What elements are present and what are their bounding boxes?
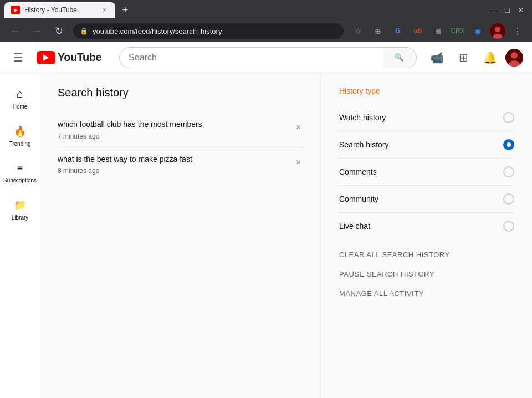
sidebar-label-trending: Trending	[9, 141, 30, 147]
yt-body: ⌂ Home 🔥 Trending ≡ Subscriptions 📁 Libr…	[0, 73, 532, 398]
url-bar[interactable]: 🔒 youtube.com/feed/history/search_histor…	[73, 23, 344, 39]
history-item-0: which football club has the most members…	[58, 113, 303, 147]
yt-header-right: 📹 ⊞ 🔔	[426, 47, 523, 69]
svg-point-1	[495, 27, 500, 32]
url-text: youtube.com/feed/history/search_history	[93, 27, 222, 35]
home-icon: ⌂	[17, 88, 23, 100]
sidebar-label-library: Library	[12, 215, 29, 221]
toolbar-icons: ☆ ⊕ G uD ▦ CRX ◉ ⋮	[350, 23, 525, 39]
search-icon: 🔍	[395, 53, 404, 62]
radio-btn-3[interactable]	[503, 193, 514, 205]
history-item-time-1: 8 minutes ago	[58, 167, 287, 175]
panel-action-btn-2[interactable]: MANAGE ALL ACTIVITY	[339, 287, 514, 300]
radio-label-2: Comments	[339, 167, 377, 176]
new-tab-button[interactable]: +	[117, 2, 133, 18]
sidebar-item-home[interactable]: ⌂ Home	[2, 80, 38, 115]
radio-option-4[interactable]: Live chat	[339, 213, 514, 239]
radio-option-0[interactable]: Watch history	[339, 104, 514, 131]
tab-title: History - YouTube	[24, 6, 95, 14]
history-item-remove-0[interactable]: ×	[294, 120, 303, 135]
menu-icon[interactable]: ⋮	[510, 23, 525, 39]
radio-options: Watch history Search history Comments Co…	[339, 104, 514, 239]
minimize-button[interactable]: —	[488, 6, 496, 14]
extension-1-icon[interactable]: G	[390, 23, 406, 39]
history-panel: History type Watch history Search histor…	[321, 73, 532, 398]
browser-user-avatar[interactable]	[490, 23, 505, 39]
history-item-text-1: what is the best way to make pizza fast …	[58, 154, 287, 175]
search-input[interactable]	[119, 47, 382, 68]
yt-main: Search history which football club has t…	[40, 73, 532, 398]
radio-label-1: Search history	[339, 140, 388, 149]
video-camera-button[interactable]: 📹	[426, 47, 448, 69]
panel-actions: CLEAR ALL SEARCH HISTORYPAUSE SEARCH HIS…	[339, 248, 514, 300]
panel-action-btn-1[interactable]: PAUSE SEARCH HISTORY	[339, 268, 514, 280]
radio-option-3[interactable]: Community	[339, 186, 514, 213]
sidebar-item-library[interactable]: 📁 Library	[2, 191, 38, 226]
yt-sidebar: ⌂ Home 🔥 Trending ≡ Subscriptions 📁 Libr…	[0, 73, 40, 398]
trending-icon: 🔥	[14, 125, 26, 137]
video-camera-icon: 📹	[430, 51, 444, 64]
radio-option-1[interactable]: Search history	[339, 131, 514, 159]
radio-label-3: Community	[339, 195, 378, 203]
svg-point-4	[511, 52, 518, 59]
extension-4-icon[interactable]: CRX	[450, 23, 466, 39]
yt-logo-icon	[37, 51, 55, 64]
history-item-text-0: which football club has the most members…	[58, 119, 287, 140]
sidebar-item-trending[interactable]: 🔥 Trending	[2, 118, 38, 152]
extension-5-icon[interactable]: ◉	[470, 23, 485, 39]
browser-chrome: ▶ History - YouTube × + — □ × ← → ↻ 🔒 yo…	[0, 0, 532, 398]
apps-grid-icon: ⊞	[459, 51, 468, 64]
sidebar-label-home: Home	[13, 104, 28, 110]
notifications-button[interactable]: 🔔	[479, 47, 501, 69]
tab-favicon: ▶	[11, 6, 20, 14]
apps-button[interactable]: ⊞	[452, 47, 474, 69]
bookmark-icon[interactable]: ☆	[350, 23, 366, 39]
radio-btn-1[interactable]	[503, 139, 514, 150]
maximize-button[interactable]: □	[505, 6, 509, 14]
history-item-time-0: 7 minutes ago	[58, 132, 287, 140]
lock-icon: 🔒	[80, 27, 88, 35]
history-item-remove-1[interactable]: ×	[294, 155, 303, 170]
history-item-query-1: what is the best way to make pizza fast	[58, 154, 287, 165]
menu-button[interactable]: ☰	[9, 47, 28, 69]
radio-label-4: Live chat	[339, 222, 370, 231]
address-bar: ← → ↻ 🔒 youtube.com/feed/history/search_…	[0, 20, 532, 42]
close-button[interactable]: ×	[519, 6, 523, 14]
radio-label-0: Watch history	[339, 113, 386, 122]
yt-logo-text: YouTube	[58, 51, 101, 64]
history-item-query-0: which football club has the most members	[58, 119, 287, 130]
panel-action-btn-0[interactable]: CLEAR ALL SEARCH HISTORY	[339, 248, 514, 261]
tab-close-btn[interactable]: ×	[100, 6, 109, 14]
yt-search-bar: 🔍	[119, 47, 417, 68]
extension-2-icon[interactable]: uD	[410, 23, 426, 39]
yt-play-icon	[43, 54, 49, 61]
subscriptions-icon: ≡	[17, 162, 23, 174]
sidebar-item-subscriptions[interactable]: ≡ Subscriptions	[2, 155, 38, 189]
yt-header: ☰ YouTube 🔍 📹 ⊞	[0, 42, 532, 73]
sidebar-label-subscriptions: Subscriptions	[3, 177, 37, 183]
title-bar: ▶ History - YouTube × + — □ ×	[0, 0, 532, 20]
user-avatar[interactable]	[505, 49, 523, 67]
library-icon: 📁	[14, 199, 26, 211]
bell-icon: 🔔	[483, 51, 497, 64]
back-button[interactable]: ←	[7, 23, 22, 39]
browser-tab[interactable]: ▶ History - YouTube ×	[4, 2, 115, 18]
youtube-page: ☰ YouTube 🔍 📹 ⊞	[0, 42, 532, 398]
history-item-1: what is the best way to make pizza fast …	[58, 147, 303, 182]
history-title: Search history	[58, 86, 303, 99]
panel-section-title: History type	[339, 86, 514, 95]
yt-logo[interactable]: YouTube	[37, 51, 101, 64]
refresh-button[interactable]: ↻	[51, 23, 66, 39]
radio-option-2[interactable]: Comments	[339, 159, 514, 186]
search-button[interactable]: 🔍	[382, 47, 417, 68]
radio-btn-2[interactable]	[503, 166, 514, 177]
history-content: Search history which football club has t…	[40, 73, 321, 398]
radio-btn-4[interactable]	[503, 221, 514, 232]
forward-button[interactable]: →	[29, 23, 44, 39]
window-controls: — □ ×	[488, 6, 528, 14]
radio-btn-0[interactable]	[503, 112, 514, 123]
profile-icon[interactable]: ⊕	[370, 23, 386, 39]
extension-3-icon[interactable]: ▦	[430, 23, 446, 39]
